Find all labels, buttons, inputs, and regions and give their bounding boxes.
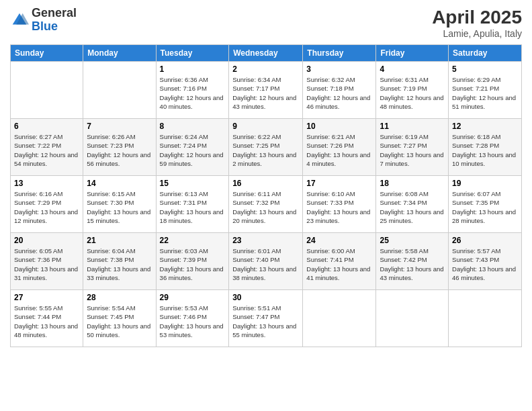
day-number: 15 <box>160 179 226 188</box>
day-number: 8 <box>160 122 226 131</box>
day-info: Sunrise: 6:29 AM Sunset: 7:21 PM Dayligh… <box>452 75 518 111</box>
day-number: 13 <box>14 179 79 188</box>
weekday-header-monday: Monday <box>83 45 156 62</box>
calendar-cell: 13Sunrise: 6:16 AM Sunset: 7:29 PM Dayli… <box>11 176 83 233</box>
calendar-cell: 8Sunrise: 6:24 AM Sunset: 7:24 PM Daylig… <box>156 119 229 176</box>
day-number: 23 <box>232 236 299 245</box>
calendar-cell: 23Sunrise: 6:01 AM Sunset: 7:40 PM Dayli… <box>229 233 303 290</box>
calendar-week-2: 6Sunrise: 6:27 AM Sunset: 7:22 PM Daylig… <box>11 119 522 176</box>
calendar-cell: 12Sunrise: 6:18 AM Sunset: 7:28 PM Dayli… <box>449 119 522 176</box>
day-number: 24 <box>306 236 372 245</box>
day-number: 22 <box>160 236 226 245</box>
calendar-cell: 26Sunrise: 5:57 AM Sunset: 7:43 PM Dayli… <box>449 233 522 290</box>
location: Lamie, Apulia, Italy <box>432 28 522 39</box>
day-info: Sunrise: 5:58 AM Sunset: 7:42 PM Dayligh… <box>380 246 445 282</box>
day-info: Sunrise: 6:34 AM Sunset: 7:17 PM Dayligh… <box>232 75 299 111</box>
day-info: Sunrise: 5:57 AM Sunset: 7:43 PM Dayligh… <box>452 246 518 282</box>
calendar-cell: 9Sunrise: 6:22 AM Sunset: 7:25 PM Daylig… <box>229 119 303 176</box>
day-number: 3 <box>306 64 372 74</box>
day-number: 28 <box>87 293 152 302</box>
weekday-header-row: SundayMondayTuesdayWednesdayThursdayFrid… <box>11 45 522 62</box>
day-number: 19 <box>452 179 518 188</box>
calendar-cell: 7Sunrise: 6:26 AM Sunset: 7:23 PM Daylig… <box>83 119 156 176</box>
calendar-cell <box>449 290 522 347</box>
day-info: Sunrise: 6:01 AM Sunset: 7:40 PM Dayligh… <box>232 246 299 282</box>
calendar-week-4: 20Sunrise: 6:05 AM Sunset: 7:36 PM Dayli… <box>11 233 522 290</box>
day-info: Sunrise: 6:10 AM Sunset: 7:33 PM Dayligh… <box>306 189 372 225</box>
calendar-cell: 14Sunrise: 6:15 AM Sunset: 7:30 PM Dayli… <box>83 176 156 233</box>
calendar-cell <box>11 62 83 119</box>
day-info: Sunrise: 6:31 AM Sunset: 7:19 PM Dayligh… <box>380 75 445 111</box>
day-info: Sunrise: 6:00 AM Sunset: 7:41 PM Dayligh… <box>306 246 372 282</box>
day-info: Sunrise: 6:18 AM Sunset: 7:28 PM Dayligh… <box>452 132 518 168</box>
logo-text: General Blue <box>32 7 77 34</box>
month-title: April 2025 <box>432 7 522 28</box>
day-info: Sunrise: 6:22 AM Sunset: 7:25 PM Dayligh… <box>232 132 299 168</box>
weekday-header-thursday: Thursday <box>303 45 376 62</box>
weekday-header-friday: Friday <box>376 45 449 62</box>
calendar-cell: 21Sunrise: 6:04 AM Sunset: 7:38 PM Dayli… <box>83 233 156 290</box>
day-number: 25 <box>380 236 445 245</box>
day-number: 2 <box>232 64 299 74</box>
calendar-cell <box>83 62 156 119</box>
day-number: 12 <box>452 122 518 131</box>
page-header: General Blue April 2025 Lamie, Apulia, I… <box>10 7 522 39</box>
title-block: April 2025 Lamie, Apulia, Italy <box>432 7 522 39</box>
calendar-cell: 3Sunrise: 6:32 AM Sunset: 7:18 PM Daylig… <box>303 62 376 119</box>
day-number: 6 <box>14 122 79 131</box>
weekday-header-sunday: Sunday <box>11 45 83 62</box>
day-number: 4 <box>380 64 445 74</box>
day-number: 20 <box>14 236 79 245</box>
calendar-cell: 24Sunrise: 6:00 AM Sunset: 7:41 PM Dayli… <box>303 233 376 290</box>
day-info: Sunrise: 5:54 AM Sunset: 7:45 PM Dayligh… <box>87 304 152 339</box>
calendar-cell: 6Sunrise: 6:27 AM Sunset: 7:22 PM Daylig… <box>11 119 83 176</box>
day-number: 5 <box>452 64 518 74</box>
calendar-cell: 25Sunrise: 5:58 AM Sunset: 7:42 PM Dayli… <box>376 233 449 290</box>
day-info: Sunrise: 5:53 AM Sunset: 7:46 PM Dayligh… <box>160 304 226 339</box>
calendar-week-1: 1Sunrise: 6:36 AM Sunset: 7:16 PM Daylig… <box>11 62 522 119</box>
calendar-cell: 27Sunrise: 5:55 AM Sunset: 7:44 PM Dayli… <box>11 290 83 347</box>
calendar-cell: 15Sunrise: 6:13 AM Sunset: 7:31 PM Dayli… <box>156 176 229 233</box>
calendar-cell: 22Sunrise: 6:03 AM Sunset: 7:39 PM Dayli… <box>156 233 229 290</box>
day-info: Sunrise: 6:11 AM Sunset: 7:32 PM Dayligh… <box>232 189 299 225</box>
calendar-cell: 29Sunrise: 5:53 AM Sunset: 7:46 PM Dayli… <box>156 290 229 347</box>
day-number: 17 <box>306 179 372 188</box>
day-info: Sunrise: 6:15 AM Sunset: 7:30 PM Dayligh… <box>87 189 152 225</box>
weekday-header-wednesday: Wednesday <box>229 45 303 62</box>
day-number: 7 <box>87 122 152 131</box>
day-number: 11 <box>380 122 445 131</box>
calendar-cell: 17Sunrise: 6:10 AM Sunset: 7:33 PM Dayli… <box>303 176 376 233</box>
day-info: Sunrise: 6:36 AM Sunset: 7:16 PM Dayligh… <box>160 75 226 111</box>
day-number: 16 <box>232 179 299 188</box>
day-info: Sunrise: 6:04 AM Sunset: 7:38 PM Dayligh… <box>87 246 152 282</box>
day-number: 30 <box>232 293 299 302</box>
day-number: 27 <box>14 293 79 302</box>
day-info: Sunrise: 5:55 AM Sunset: 7:44 PM Dayligh… <box>14 304 79 339</box>
day-number: 14 <box>87 179 152 188</box>
calendar-cell: 19Sunrise: 6:07 AM Sunset: 7:35 PM Dayli… <box>449 176 522 233</box>
day-info: Sunrise: 6:03 AM Sunset: 7:39 PM Dayligh… <box>160 246 226 282</box>
day-info: Sunrise: 6:27 AM Sunset: 7:22 PM Dayligh… <box>14 132 79 168</box>
calendar-cell: 1Sunrise: 6:36 AM Sunset: 7:16 PM Daylig… <box>156 62 229 119</box>
day-info: Sunrise: 6:05 AM Sunset: 7:36 PM Dayligh… <box>14 246 79 282</box>
calendar-cell: 18Sunrise: 6:08 AM Sunset: 7:34 PM Dayli… <box>376 176 449 233</box>
day-info: Sunrise: 6:16 AM Sunset: 7:29 PM Dayligh… <box>14 189 79 225</box>
day-number: 21 <box>87 236 152 245</box>
calendar-cell: 4Sunrise: 6:31 AM Sunset: 7:19 PM Daylig… <box>376 62 449 119</box>
day-info: Sunrise: 6:21 AM Sunset: 7:26 PM Dayligh… <box>306 132 372 168</box>
day-info: Sunrise: 6:13 AM Sunset: 7:31 PM Dayligh… <box>160 189 226 225</box>
weekday-header-saturday: Saturday <box>449 45 522 62</box>
calendar-cell: 2Sunrise: 6:34 AM Sunset: 7:17 PM Daylig… <box>229 62 303 119</box>
calendar-table: SundayMondayTuesdayWednesdayThursdayFrid… <box>10 44 522 347</box>
logo: General Blue <box>10 7 77 34</box>
day-info: Sunrise: 5:51 AM Sunset: 7:47 PM Dayligh… <box>232 304 299 339</box>
calendar-week-3: 13Sunrise: 6:16 AM Sunset: 7:29 PM Dayli… <box>11 176 522 233</box>
calendar-cell: 11Sunrise: 6:19 AM Sunset: 7:27 PM Dayli… <box>376 119 449 176</box>
calendar-cell: 5Sunrise: 6:29 AM Sunset: 7:21 PM Daylig… <box>449 62 522 119</box>
day-info: Sunrise: 6:08 AM Sunset: 7:34 PM Dayligh… <box>380 189 445 225</box>
calendar-cell: 20Sunrise: 6:05 AM Sunset: 7:36 PM Dayli… <box>11 233 83 290</box>
calendar-week-5: 27Sunrise: 5:55 AM Sunset: 7:44 PM Dayli… <box>11 290 522 347</box>
calendar-cell: 16Sunrise: 6:11 AM Sunset: 7:32 PM Dayli… <box>229 176 303 233</box>
day-number: 18 <box>380 179 445 188</box>
weekday-header-tuesday: Tuesday <box>156 45 229 62</box>
